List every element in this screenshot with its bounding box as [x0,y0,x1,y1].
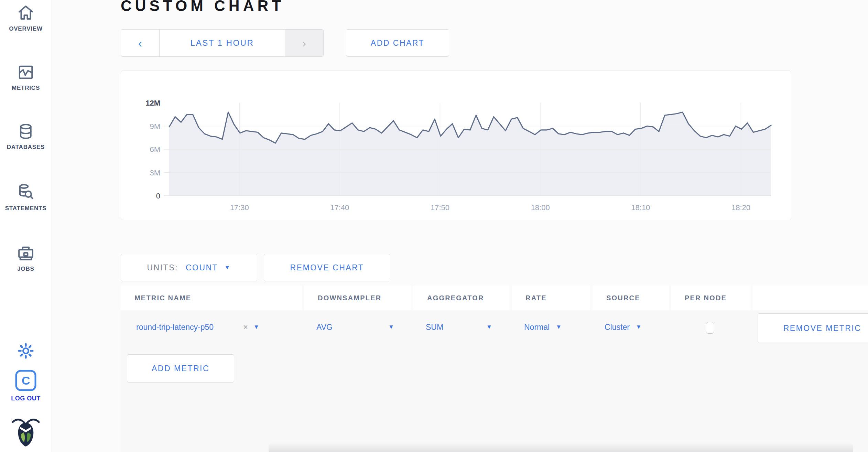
remove-chart-button[interactable]: REMOVE CHART [264,254,390,281]
svg-text:3M: 3M [150,169,160,177]
sidebar-item-label: JOBS [0,266,52,272]
aggregator-value: SUM [426,323,443,332]
sidebar-item-label: METRICS [0,85,52,92]
gear-icon [17,355,35,361]
brand-logo [0,415,52,449]
sidebar: OVERVIEW METRICS DATABASES [0,0,52,452]
logout-label: LOG OUT [0,395,52,402]
chevron-left-icon: ‹ [138,36,142,50]
units-value: COUNT [186,263,218,272]
home-icon [17,17,35,23]
column-header-per-node: PER NODE [671,286,751,310]
sidebar-item-statements[interactable]: STATEMENTS [0,183,52,212]
custom-chart-plot: 03M6M9M12M17:3017:4017:5018:0018:1018:20 [121,71,792,220]
add-chart-button[interactable]: ADD CHART [346,29,449,57]
units-label: UNITS: [147,263,178,272]
metric-name-dropdown[interactable]: round-trip-latency-p50 × ▼ [136,310,259,344]
page-title: CUSTOM CHART [121,0,284,14]
chevron-right-icon: › [302,36,306,50]
column-header-rate: RATE [512,286,590,310]
sidebar-item-jobs[interactable]: JOBS [0,244,52,272]
database-search-icon [17,197,35,203]
column-header-source: SOURCE [593,286,669,310]
rate-dropdown[interactable]: Normal ▼ [524,310,562,344]
units-dropdown[interactable]: UNITS: COUNT ▼ [121,254,257,281]
chevron-down-icon[interactable]: ▼ [486,310,492,344]
sidebar-item-metrics[interactable]: METRICS [0,63,52,92]
sidebar-item-label: DATABASES [0,144,52,151]
chevron-down-icon: ▼ [556,324,562,331]
time-range-selector: ‹ LAST 1 HOUR › [121,29,324,57]
aggregator-dropdown[interactable]: SUM [426,310,443,344]
chart-card: 03M6M9M12M17:3017:4017:5018:0018:1018:20 [121,71,791,220]
metrics-graph-icon [17,76,35,82]
chevron-down-icon: ▼ [224,264,231,271]
remove-metric-button[interactable]: REMOVE METRIC [758,313,868,343]
time-range-dropdown[interactable]: LAST 1 HOUR [160,30,285,56]
source-dropdown[interactable]: Cluster ▼ [605,310,642,344]
chevron-down-icon: ▼ [253,324,259,331]
svg-text:17:40: 17:40 [330,203,349,212]
rate-value: Normal [524,323,550,332]
cockroach-logo [10,442,42,448]
svg-text:18:10: 18:10 [631,203,650,212]
svg-text:17:30: 17:30 [230,203,249,212]
svg-text:6M: 6M [150,145,160,154]
downsampler-value: AVG [316,323,333,332]
metric-name-value: round-trip-latency-p50 [136,323,214,332]
svg-text:0: 0 [156,192,160,200]
column-header-downsampler: DOWNSAMPLER [304,286,411,310]
sidebar-item-label: STATEMENTS [0,205,52,212]
sidebar-item-label: OVERVIEW [0,25,52,32]
svg-text:C: C [22,374,30,387]
source-value: Cluster [605,323,630,332]
add-metric-button[interactable]: ADD METRIC [127,354,234,383]
chevron-down-icon: ▼ [636,324,642,331]
main-content: CUSTOM CHART ‹ LAST 1 HOUR › ADD CHART 0… [52,0,868,452]
sidebar-settings[interactable] [0,342,52,361]
clear-metric-icon[interactable]: × [243,322,248,332]
cockroach-c-logo: C [15,387,37,392]
sidebar-logout[interactable]: C LOG OUT [0,369,52,402]
svg-text:17:50: 17:50 [431,203,449,212]
chevron-down-icon[interactable]: ▼ [388,310,394,344]
briefcase-icon [17,257,35,263]
database-icon [17,136,35,141]
time-range-prev-button[interactable]: ‹ [121,30,160,56]
column-header-actions [753,286,868,310]
column-header-aggregator: AGGREGATOR [413,286,509,310]
downsampler-dropdown[interactable]: AVG [316,310,333,344]
per-node-checkbox[interactable] [706,322,714,334]
svg-text:18:00: 18:00 [531,203,550,212]
svg-text:12M: 12M [145,99,160,107]
next-card-shadow [269,442,853,452]
sidebar-item-overview[interactable]: OVERVIEW [0,3,52,32]
column-header-metric-name: METRIC NAME [121,286,302,310]
svg-text:18:20: 18:20 [731,203,750,212]
time-range-next-button[interactable]: › [285,30,323,56]
svg-text:9M: 9M [150,122,160,131]
sidebar-item-databases[interactable]: DATABASES [0,122,52,151]
